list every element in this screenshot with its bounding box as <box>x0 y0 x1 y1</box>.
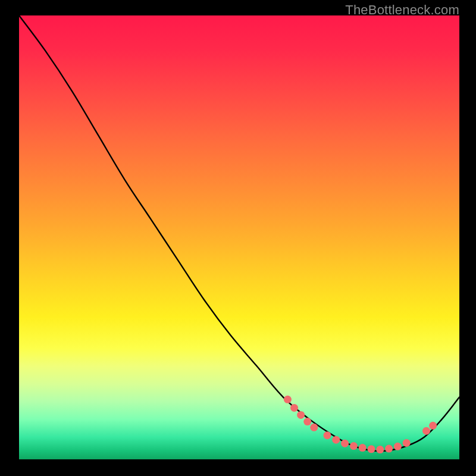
data-marker <box>429 422 437 430</box>
data-marker <box>422 427 430 435</box>
data-marker <box>385 445 393 453</box>
data-marker <box>350 442 358 450</box>
data-marker <box>341 440 349 447</box>
data-marker <box>332 436 340 444</box>
curve-markers <box>284 396 437 453</box>
data-marker <box>359 444 367 452</box>
data-marker <box>303 418 311 425</box>
plot-area <box>19 15 459 459</box>
data-marker <box>297 411 305 419</box>
data-marker <box>376 446 384 453</box>
data-marker <box>403 439 411 447</box>
data-marker <box>284 396 292 403</box>
data-marker <box>394 443 402 450</box>
bottleneck-curve-line <box>19 15 459 451</box>
data-marker <box>290 404 298 412</box>
chart-stage: TheBottleneck.com <box>0 0 476 476</box>
data-marker <box>310 424 318 431</box>
curve-layer <box>19 15 459 459</box>
data-marker <box>324 431 331 439</box>
data-marker <box>368 445 375 453</box>
